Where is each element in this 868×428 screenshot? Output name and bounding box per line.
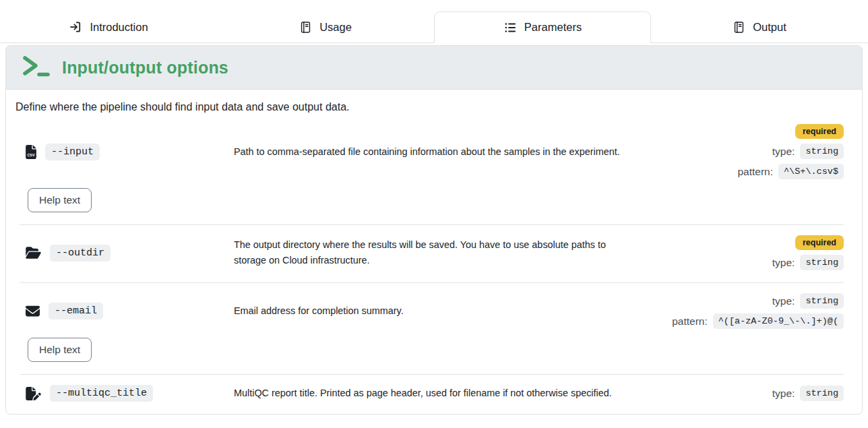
help-text-button[interactable]: Help text — [28, 338, 92, 362]
param-meta: type: string pattern: ^([a-zA-Z0-9_\-\.]… — [637, 293, 844, 329]
pattern-value: ^\S+\.csv$ — [778, 164, 844, 179]
param-row-email: --email Email address for completion sum… — [20, 283, 844, 375]
param-description: Email address for completion summary. — [234, 303, 625, 319]
required-badge: required — [795, 124, 844, 139]
param-meta: required type: string — [637, 235, 844, 270]
param-name: --email — [49, 303, 103, 319]
tab-bar: Introduction Usage — [0, 0, 868, 43]
param-id: CSV --input — [20, 144, 222, 160]
folder-open-icon — [26, 246, 41, 259]
list-icon — [503, 21, 517, 34]
page: Introduction Usage — [0, 0, 868, 428]
param-row-multiqc-title: --multiqc_title MultiQC report title. Pr… — [20, 375, 844, 414]
param-description: The output directory where the results w… — [234, 237, 625, 268]
required-badge: required — [795, 235, 844, 250]
param-id: --outdir — [20, 245, 222, 262]
section-title: Input/output options — [62, 58, 228, 78]
param-id: --multiqc_title — [20, 385, 222, 402]
tab-parameters[interactable]: Parameters — [434, 11, 651, 43]
type-label: type: — [772, 388, 795, 400]
type-label: type: — [772, 257, 795, 269]
type-label: type: — [772, 295, 795, 307]
envelope-icon — [26, 304, 40, 318]
tab-label: Parameters — [524, 21, 582, 34]
svg-text:CSV: CSV — [27, 152, 35, 156]
pattern-label: pattern: — [737, 166, 773, 178]
param-description: Path to comma-separated file containing … — [234, 144, 625, 160]
pattern-label: pattern: — [672, 315, 708, 328]
parameters-card: Input/output options Define where the pi… — [5, 45, 863, 415]
type-label: type: — [772, 146, 795, 158]
section-description: Define where the pipeline should find in… — [6, 90, 862, 114]
terminal-icon — [21, 55, 51, 80]
section-header: Input/output options — [6, 46, 862, 90]
param-meta: type: string — [637, 386, 844, 401]
tab-introduction[interactable]: Introduction — [0, 11, 217, 42]
param-row-outdir: --outdir The output directory where the … — [20, 225, 844, 283]
help-text-button[interactable]: Help text — [28, 188, 92, 212]
file-csv-icon: CSV — [26, 145, 36, 159]
tab-label: Introduction — [90, 21, 148, 34]
tab-label: Usage — [319, 21, 352, 34]
param-name: --outdir — [50, 245, 111, 262]
file-pen-icon — [26, 387, 41, 400]
param-name: --input — [45, 144, 100, 160]
param-id: --email — [20, 303, 222, 319]
type-value: string — [800, 144, 844, 159]
tab-usage[interactable]: Usage — [217, 11, 434, 42]
param-meta: required type: string pattern: ^\S+\.csv… — [637, 124, 844, 179]
pattern-value: ^([a-zA-Z0-9_\-\.]+)@( — [713, 313, 844, 329]
type-value: string — [800, 255, 844, 270]
param-name: --multiqc_title — [50, 385, 153, 402]
arrow-right-to-bracket-icon — [69, 20, 82, 34]
type-value: string — [800, 386, 844, 401]
tab-label: Output — [753, 21, 786, 34]
book-icon — [299, 21, 312, 34]
param-row-input: CSV --input Path to comma-separated file… — [20, 114, 844, 225]
type-value: string — [800, 293, 844, 309]
tab-output[interactable]: Output — [651, 11, 868, 42]
parameter-list: CSV --input Path to comma-separated file… — [6, 114, 862, 414]
param-description: MultiQC report title. Printed as page he… — [234, 386, 625, 401]
book-icon — [733, 21, 745, 34]
